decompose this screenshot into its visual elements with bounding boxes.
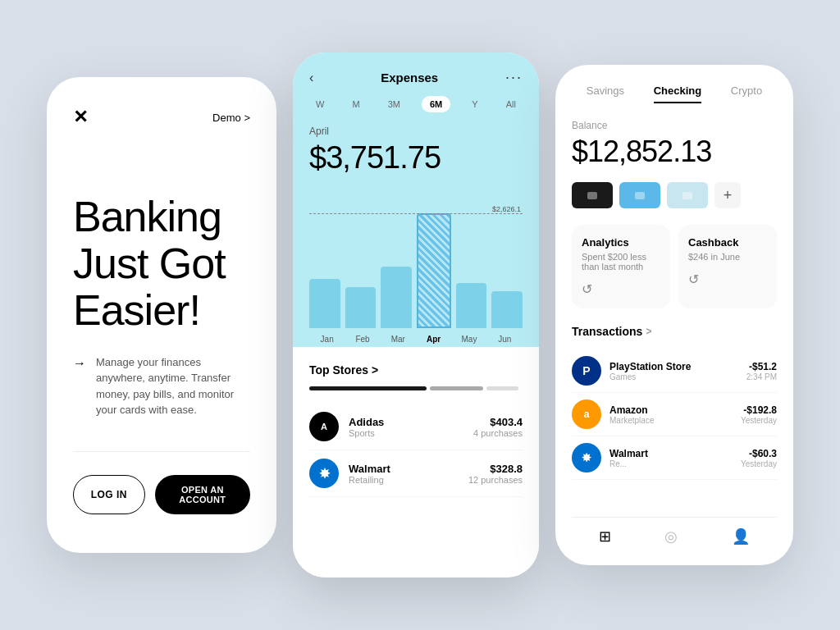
tab-all[interactable]: All xyxy=(500,96,523,112)
label-apr: Apr xyxy=(416,335,451,344)
profile-nav-icon[interactable]: 👤 xyxy=(732,527,750,546)
cashback-refresh-icon[interactable]: ↺ xyxy=(688,272,767,287)
card-chip-3 xyxy=(682,192,692,199)
card-blue[interactable] xyxy=(619,182,660,208)
amazon-logo: a xyxy=(572,399,601,429)
walmart-total: $328.8 xyxy=(468,463,523,475)
reference-label: $2,626.1 xyxy=(492,205,521,213)
adidas-amount-block: $403.4 4 purchases xyxy=(473,416,523,438)
screen-banking: Savings Checking Crypto Balance $12,852.… xyxy=(555,65,793,565)
amazon-category: Marketplace xyxy=(609,416,733,425)
walmart-tx-logo: ✸ xyxy=(572,443,601,472)
scan-nav-icon[interactable]: ◎ xyxy=(664,527,678,546)
open-account-button[interactable]: OPEN AN ACCOUNT xyxy=(155,475,250,514)
expenses-chart: $2,626.1 xyxy=(309,189,523,328)
adidas-name: Adidas xyxy=(349,416,463,428)
label-jan: Jan xyxy=(309,335,345,344)
progress-bars xyxy=(309,386,523,390)
arrow-icon: → xyxy=(73,356,86,371)
store-item-adidas[interactable]: A Adidas Sports $403.4 4 purchases xyxy=(309,404,523,450)
store-item-walmart[interactable]: ✸ Walmart Retailing $328.8 12 purchases xyxy=(309,450,523,497)
expenses-header-section: ‹ Expenses ··· W M 3M 6M Y All April $3,… xyxy=(293,52,539,347)
expenses-period: April xyxy=(309,126,523,137)
card-chip-1 xyxy=(587,192,597,199)
walmart-tx-amount-block: -$60.3 Yesterday xyxy=(741,448,777,468)
cashback-widget: Cashback $246 in June ↺ xyxy=(678,225,777,308)
walmart-tx-info: Walmart Re... xyxy=(609,448,733,468)
playstation-logo: P xyxy=(572,356,601,386)
analytics-subtitle: Spent $200 less than last month xyxy=(582,252,660,272)
playstation-info: PlayStation Store Games xyxy=(609,361,738,381)
analytics-refresh-icon[interactable]: ↺ xyxy=(582,281,660,297)
tab-y[interactable]: Y xyxy=(465,96,484,112)
amazon-info: Amazon Marketplace xyxy=(609,404,733,425)
amazon-name: Amazon xyxy=(609,404,733,416)
card-light[interactable] xyxy=(667,182,708,208)
transaction-walmart[interactable]: ✸ Walmart Re... -$60.3 Yesterday xyxy=(572,436,777,480)
add-card-button[interactable]: + xyxy=(714,182,741,208)
walmart-info: Walmart Retailing xyxy=(349,463,459,485)
tab-6m[interactable]: 6M xyxy=(422,96,450,112)
transactions-more-icon[interactable]: > xyxy=(646,326,651,337)
tab-checking[interactable]: Checking xyxy=(654,84,702,103)
transactions-header[interactable]: Transactions > xyxy=(572,325,777,338)
cashback-title: Cashback xyxy=(688,236,767,249)
screen-expenses: ‹ Expenses ··· W M 3M 6M Y All April $3,… xyxy=(293,52,539,578)
cards-row: + xyxy=(572,182,777,208)
playstation-amount: -$51.2 xyxy=(746,361,777,372)
playstation-category: Games xyxy=(609,372,738,381)
demo-link[interactable]: Demo > xyxy=(212,112,250,124)
home-nav-icon[interactable]: ⊞ xyxy=(599,527,611,546)
tab-3m[interactable]: 3M xyxy=(381,96,407,112)
account-tabs: Savings Checking Crypto xyxy=(572,84,777,103)
adidas-info: Adidas Sports xyxy=(349,416,463,438)
analytics-title: Analytics xyxy=(582,236,660,249)
screen-landing: ✕ Demo > BankingJust GotEasier! → Manage… xyxy=(47,77,276,553)
playstation-amount-block: -$51.2 2:34 PM xyxy=(746,361,777,381)
chart-labels: Jan Feb Mar Apr May Jun xyxy=(309,328,523,347)
chart-bar-mar xyxy=(381,267,412,328)
adidas-total: $403.4 xyxy=(473,416,523,428)
cashback-subtitle: $246 in June xyxy=(688,252,767,262)
adidas-purchases: 4 purchases xyxy=(473,428,523,438)
app-container: ✕ Demo > BankingJust GotEasier! → Manage… xyxy=(22,28,818,602)
card-chip-2 xyxy=(635,192,645,199)
tab-w[interactable]: W xyxy=(309,96,331,112)
chart-bar-jun xyxy=(491,291,523,328)
amazon-time: Yesterday xyxy=(741,416,777,425)
time-tabs: W M 3M 6M Y All xyxy=(309,96,523,112)
adidas-category: Sports xyxy=(349,428,463,438)
tab-crypto[interactable]: Crypto xyxy=(731,84,762,103)
playstation-name: PlayStation Store xyxy=(609,361,738,372)
landing-description-text: Manage your finances anywhere, anytime. … xyxy=(96,354,250,418)
walmart-tx-time: Yesterday xyxy=(741,459,777,468)
back-button[interactable]: ‹ xyxy=(309,71,313,85)
chart-bar-may xyxy=(456,283,487,328)
chart-bar-feb xyxy=(345,287,377,328)
balance-amount: $12,852.13 xyxy=(572,135,777,169)
landing-description: → Manage your finances anywhere, anytime… xyxy=(73,354,250,418)
progress-bar-1 xyxy=(309,386,427,390)
top-stores-header[interactable]: Top Stores > xyxy=(309,363,523,377)
walmart-name: Walmart xyxy=(349,463,459,475)
card-black[interactable] xyxy=(572,182,613,208)
walmart-tx-category: Re... xyxy=(609,459,733,468)
label-may: May xyxy=(451,335,486,344)
tab-m[interactable]: M xyxy=(345,96,366,112)
adidas-logo: A xyxy=(309,412,339,441)
transactions-label: Transactions xyxy=(572,325,642,338)
login-button[interactable]: LOG IN xyxy=(73,475,145,514)
more-options-button[interactable]: ··· xyxy=(505,69,523,86)
transaction-amazon[interactable]: a Amazon Marketplace -$192.8 Yesterday xyxy=(572,393,777,436)
label-mar: Mar xyxy=(381,335,416,344)
transaction-playstation[interactable]: P PlayStation Store Games -$51.2 2:34 PM xyxy=(572,349,777,393)
logo-icon: ✕ xyxy=(73,107,86,128)
amazon-amount-block: -$192.8 Yesterday xyxy=(741,404,777,425)
tab-savings[interactable]: Savings xyxy=(587,84,624,103)
expenses-title: Expenses xyxy=(381,71,438,84)
amazon-amount: -$192.8 xyxy=(741,404,777,416)
widgets-row: Analytics Spent $200 less than last mont… xyxy=(572,225,777,308)
label-feb: Feb xyxy=(345,335,380,344)
chart-bar-apr xyxy=(417,213,451,328)
balance-label: Balance xyxy=(572,120,777,131)
